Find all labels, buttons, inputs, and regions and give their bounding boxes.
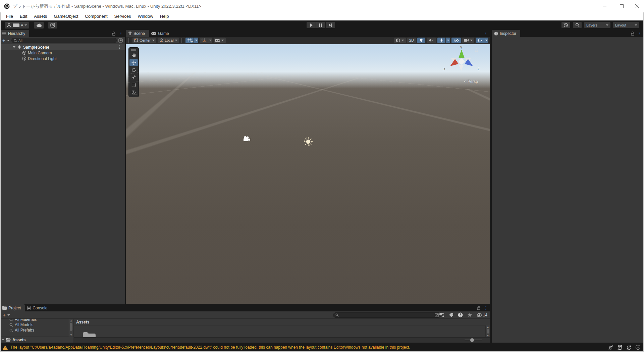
menu-window[interactable]: Window: [134, 12, 156, 20]
rotate-tool-button[interactable]: [129, 66, 138, 73]
minimize-button[interactable]: [597, 0, 612, 12]
scene-viewport[interactable]: y x z < Persp: [126, 44, 490, 304]
axis-cone-y[interactable]: [459, 50, 465, 58]
kebab-menu-icon[interactable]: ⋮: [484, 306, 488, 310]
debugger-disabled-icon[interactable]: [608, 345, 613, 350]
pause-button[interactable]: [316, 22, 325, 28]
step-button[interactable]: [326, 22, 335, 28]
menu-services[interactable]: Services: [111, 12, 135, 20]
tool-handle-position-dropdown[interactable]: Center: [132, 38, 156, 43]
close-button[interactable]: [629, 0, 644, 12]
importance-icon[interactable]: [458, 312, 463, 317]
hierarchy-item-main-camera[interactable]: Main Camera: [0, 50, 125, 56]
navigation-options-dropdown[interactable]: [484, 38, 488, 43]
scene-lighting-button[interactable]: [417, 38, 425, 43]
scene-navigation-button[interactable]: [476, 38, 484, 43]
kebab-menu-icon[interactable]: ⋮: [119, 31, 123, 36]
auto-refresh-disabled-icon[interactable]: [626, 345, 632, 350]
hidden-count-button[interactable]: 14: [477, 313, 487, 317]
favorites-star-icon[interactable]: [467, 313, 472, 317]
tool-handle-rotation-dropdown[interactable]: Local: [158, 38, 179, 43]
overlay-drag-handle[interactable]: [128, 38, 130, 43]
progress-check-icon[interactable]: [635, 345, 641, 350]
grid-options-dropdown[interactable]: [194, 38, 198, 43]
directional-light-gizmo[interactable]: [304, 137, 313, 146]
projection-toggle[interactable]: < Persp: [464, 79, 478, 84]
layers-dropdown[interactable]: Layers: [584, 22, 610, 28]
menu-gameobject[interactable]: GameObject: [50, 12, 82, 20]
scale-tool-button[interactable]: [129, 74, 138, 81]
maximize-button[interactable]: [614, 0, 629, 12]
scroll-up-icon[interactable]: ▲: [487, 325, 489, 329]
scroll-up-icon[interactable]: ▲: [70, 319, 72, 322]
orientation-gizmo[interactable]: y x z: [443, 46, 481, 79]
favorite-all-prefabs[interactable]: All Prefabs: [0, 328, 69, 333]
scrollbar-thumb[interactable]: [487, 329, 489, 334]
chevron-down-icon[interactable]: [7, 314, 10, 316]
hierarchy-search-input[interactable]: [18, 39, 114, 43]
overlay-drag-handle[interactable]: [129, 48, 138, 51]
measure-tool-dropdown[interactable]: [214, 38, 226, 43]
hidden-objects-button[interactable]: [451, 38, 461, 43]
hierarchy-item-directional-light[interactable]: Directional Light: [0, 56, 125, 61]
favorite-all-models[interactable]: All Models: [0, 322, 69, 328]
add-gameobject-button[interactable]: +: [2, 38, 5, 43]
project-search-input[interactable]: [340, 313, 433, 317]
filter-by-label-icon[interactable]: [449, 313, 453, 317]
filter-by-type-icon[interactable]: [439, 312, 444, 317]
chevron-down-icon[interactable]: [7, 40, 10, 41]
services-button[interactable]: [48, 22, 57, 29]
transform-tool-button[interactable]: [129, 89, 138, 96]
scene-audio-button[interactable]: [427, 38, 436, 43]
menu-file[interactable]: File: [3, 12, 16, 20]
overlay-drag-handle[interactable]: [181, 38, 183, 43]
search-everything-button[interactable]: [573, 22, 582, 28]
kebab-menu-icon[interactable]: ⋮: [638, 31, 642, 36]
tab-scene[interactable]: Scene: [126, 30, 149, 37]
axis-cone-neg-y[interactable]: [459, 65, 464, 71]
tab-game[interactable]: Game: [149, 30, 173, 37]
favorite-all-materials[interactable]: All Materials: [0, 319, 69, 322]
tab-console[interactable]: Console: [25, 304, 51, 311]
status-warning-text[interactable]: The layout "C:/Users/a-tadano/AppData/Ro…: [10, 345, 410, 350]
draw-mode-dropdown[interactable]: [394, 38, 406, 43]
assets-scrollbar[interactable]: ▲ ▼: [485, 325, 490, 337]
hierarchy-item-scene[interactable]: SampleScene ⋮: [0, 44, 125, 50]
gizmo-lock-icon[interactable]: [475, 48, 478, 52]
open-in-window-icon[interactable]: [435, 313, 439, 317]
rect-tool-button[interactable]: [129, 81, 138, 88]
2d-mode-button[interactable]: 2D: [407, 38, 416, 43]
foldout-open-icon[interactable]: [13, 46, 15, 48]
grid-visibility-button[interactable]: Y: [185, 38, 194, 43]
add-asset-button[interactable]: +: [3, 312, 6, 317]
menu-edit[interactable]: Edit: [16, 12, 31, 20]
tab-project[interactable]: Project: [0, 304, 25, 311]
menu-component[interactable]: Component: [82, 12, 111, 20]
hand-tool-button[interactable]: [129, 52, 138, 59]
main-camera-gizmo[interactable]: [243, 136, 251, 142]
undo-history-button[interactable]: [561, 22, 570, 28]
snap-increment-button[interactable]: [200, 38, 208, 43]
gizmo-center-cube[interactable]: [458, 58, 465, 65]
lock-icon[interactable]: [112, 32, 115, 36]
tab-hierarchy[interactable]: Hierarchy: [0, 30, 29, 37]
status-bar[interactable]: The layout "C:/Users/a-tadano/AppData/Ro…: [0, 343, 644, 352]
lock-icon[interactable]: [631, 32, 634, 36]
move-tool-button[interactable]: [129, 59, 138, 66]
favorites-scrollbar[interactable]: ▲ ▼: [69, 319, 73, 337]
play-button[interactable]: [307, 22, 316, 28]
scrollbar-thumb[interactable]: [70, 323, 72, 331]
assets-folder-row[interactable]: Assets: [0, 337, 73, 343]
scene-camera-dropdown[interactable]: [462, 38, 474, 43]
scroll-down-icon[interactable]: ▼: [70, 334, 72, 337]
menu-assets[interactable]: Assets: [31, 12, 50, 20]
menu-help[interactable]: Help: [157, 12, 172, 20]
project-search-field[interactable]: [333, 312, 441, 318]
lock-icon[interactable]: [477, 306, 480, 310]
kebab-menu-icon[interactable]: ⋮: [117, 45, 122, 49]
effects-options-dropdown[interactable]: [446, 38, 450, 43]
scene-effects-button[interactable]: [437, 38, 445, 43]
cloud-button[interactable]: [34, 22, 44, 29]
snap-options-dropdown[interactable]: [208, 38, 212, 43]
open-in-window-icon[interactable]: [118, 38, 123, 43]
